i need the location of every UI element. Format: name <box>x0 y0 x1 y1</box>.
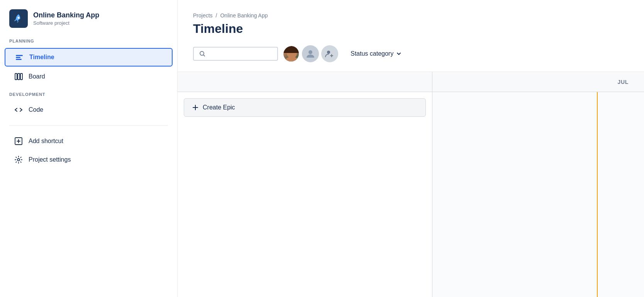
search-input[interactable] <box>208 51 272 57</box>
timeline-header-row: JUL <box>178 72 644 92</box>
avatar-add-button[interactable] <box>321 45 338 62</box>
project-type: Software project <box>33 20 99 26</box>
svg-rect-5 <box>18 73 20 80</box>
sidebar-item-code[interactable]: Code <box>5 101 173 118</box>
timeline-left-panel: Create Epic <box>178 92 432 297</box>
svg-rect-2 <box>16 57 20 58</box>
main-header: Projects / Online Banking App Timeline <box>178 0 644 72</box>
status-dropdown-label: Status category <box>351 50 393 57</box>
svg-rect-4 <box>15 73 17 80</box>
add-shortcut-icon <box>14 137 23 146</box>
sidebar-item-add-shortcut[interactable]: Add shortcut <box>5 133 173 150</box>
timeline-area: JUL Create Epic <box>178 72 644 297</box>
board-label: Board <box>29 73 45 80</box>
chevron-down-icon <box>396 51 402 57</box>
timeline-body: Create Epic <box>178 92 644 297</box>
avatar-group <box>283 45 338 62</box>
svg-point-8 <box>17 159 20 161</box>
sidebar-item-project-settings[interactable]: Project settings <box>5 151 173 168</box>
month-label: JUL <box>617 79 629 85</box>
main-content: Projects / Online Banking App Timeline <box>178 0 644 297</box>
board-icon <box>14 72 23 81</box>
settings-icon <box>14 155 23 164</box>
add-shortcut-label: Add shortcut <box>29 138 63 145</box>
page-title: Timeline <box>193 22 629 36</box>
svg-rect-6 <box>20 73 22 80</box>
code-icon <box>14 105 23 114</box>
breadcrumb: Projects / Online Banking App <box>193 12 629 19</box>
timeline-left-header <box>178 72 432 92</box>
sidebar-header: Online Banking App Software project <box>0 9 177 39</box>
project-icon <box>9 9 28 28</box>
timeline-icon <box>15 53 24 62</box>
section-label-planning: PLANNING <box>0 39 177 47</box>
sidebar-divider <box>9 125 168 126</box>
timeline-right-header: JUL <box>432 72 644 92</box>
create-epic-label: Create Epic <box>203 104 235 111</box>
plus-icon <box>192 104 199 111</box>
avatar-user1[interactable] <box>283 45 300 62</box>
avatar-user2[interactable] <box>302 45 319 62</box>
timeline-right-panel <box>432 92 644 297</box>
svg-rect-3 <box>16 59 22 60</box>
sidebar: Online Banking App Software project PLAN… <box>0 0 178 297</box>
breadcrumb-separator: / <box>216 12 217 19</box>
project-info: Online Banking App Software project <box>33 11 99 26</box>
search-icon <box>199 51 205 57</box>
project-name: Online Banking App <box>33 11 99 19</box>
svg-rect-1 <box>16 55 23 56</box>
sidebar-item-board[interactable]: Board <box>5 68 173 85</box>
create-epic-button[interactable]: Create Epic <box>184 98 426 117</box>
section-label-development: DEVELOPMENT <box>0 92 177 101</box>
code-label: Code <box>29 106 43 113</box>
svg-point-10 <box>308 50 312 54</box>
svg-point-11 <box>327 51 330 54</box>
project-settings-label: Project settings <box>29 156 71 163</box>
svg-point-0 <box>18 17 20 19</box>
sidebar-item-timeline[interactable]: Timeline <box>5 48 173 67</box>
status-dropdown[interactable]: Status category <box>346 47 407 60</box>
breadcrumb-project-name: Online Banking App <box>220 12 268 19</box>
breadcrumb-projects[interactable]: Projects <box>193 12 213 19</box>
timeline-label: Timeline <box>29 54 54 61</box>
search-box[interactable] <box>193 47 278 61</box>
toolbar: Status category <box>193 45 629 62</box>
today-line <box>597 92 598 297</box>
